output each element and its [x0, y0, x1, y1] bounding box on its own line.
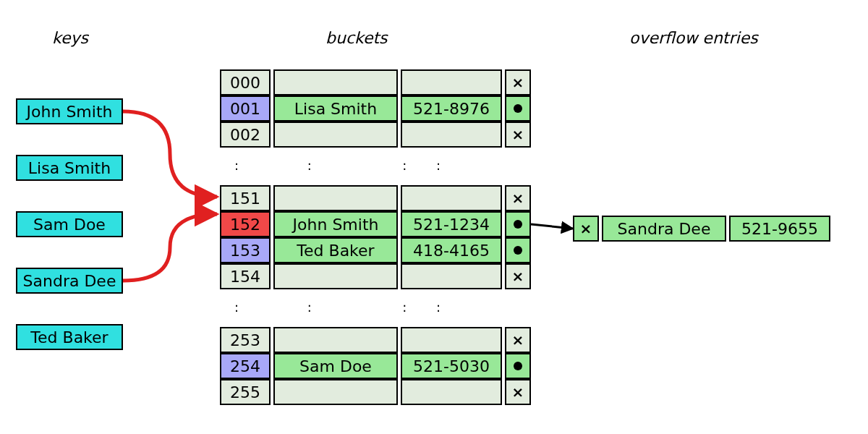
bucket-group: 000×001Lisa Smith521-8976002×: [220, 69, 531, 148]
bucket-next-ptr: [505, 237, 531, 263]
bucket-name: Lisa Smith: [273, 95, 398, 122]
bucket-row: 154×: [220, 263, 531, 289]
bucket-row: 153Ted Baker418-4165: [220, 237, 531, 263]
ellipsis-icon: : : : :: [234, 158, 442, 173]
hash-table-diagram: { "labels": { "keys": "keys", "buckets":…: [0, 0, 868, 434]
buckets-heading: buckets: [326, 29, 388, 47]
bucket-phone: [401, 185, 502, 211]
bucket-phone: [401, 263, 502, 289]
bullet-icon: [514, 362, 522, 370]
key-box: Sandra Dee: [16, 268, 123, 294]
bucket-next-null: ×: [505, 185, 531, 211]
bucket-next-null: ×: [505, 69, 531, 95]
bullet-icon: [514, 104, 522, 113]
overflow-name: Sandra Dee: [602, 216, 726, 242]
key-box: John Smith: [16, 98, 123, 124]
bucket-phone: 418-4165: [401, 237, 502, 263]
bucket-name: John Smith: [273, 211, 398, 237]
bucket-row: 255×: [220, 379, 531, 405]
bucket-next-null: ×: [505, 263, 531, 289]
bucket-phone: [401, 327, 502, 353]
bucket-index: 153: [220, 237, 271, 263]
collision-arrow: [123, 111, 217, 197]
key-box: Sam Doe: [16, 211, 123, 237]
bucket-next-ptr: [505, 211, 531, 237]
bucket-phone: 521-1234: [401, 211, 502, 237]
bucket-phone: [401, 379, 502, 405]
bucket-index: 152: [220, 211, 271, 237]
bucket-name: [273, 185, 398, 211]
bucket-phone: 521-5030: [401, 353, 502, 379]
bucket-index: 000: [220, 69, 271, 95]
bucket-row: 152John Smith521-1234: [220, 211, 531, 237]
x-icon: ×: [512, 268, 524, 285]
bucket-name: [273, 327, 398, 353]
key-box: Lisa Smith: [16, 155, 123, 181]
x-icon: ×: [512, 331, 524, 349]
bucket-group: 253×254Sam Doe521-5030255×: [220, 327, 531, 405]
bucket-row: 254Sam Doe521-5030: [220, 353, 531, 379]
bucket-index: 151: [220, 185, 271, 211]
overflow-heading: overflow entries: [629, 29, 758, 47]
x-icon: ×: [580, 220, 592, 237]
overflow-entry: × Sandra Dee 521-9655: [573, 216, 830, 242]
key-box: Ted Baker: [16, 324, 123, 350]
bucket-row: 253×: [220, 327, 531, 353]
bucket-next-null: ×: [505, 122, 531, 148]
bucket-row: 001Lisa Smith521-8976: [220, 95, 531, 122]
x-icon: ×: [512, 74, 524, 91]
keys-heading: keys: [52, 29, 88, 47]
bucket-next-ptr: [505, 353, 531, 379]
bucket-name: Sam Doe: [273, 353, 398, 379]
bucket-next-null: ×: [505, 327, 531, 353]
bucket-index: 154: [220, 263, 271, 289]
bucket-next-null: ×: [505, 379, 531, 405]
x-icon: ×: [512, 383, 524, 401]
overflow-phone: 521-9655: [729, 216, 830, 242]
bucket-row: 002×: [220, 122, 531, 148]
bucket-name: [273, 263, 398, 289]
ellipsis-icon: : : : :: [234, 299, 442, 315]
bucket-row: 151×: [220, 185, 531, 211]
overflow-arrow: [531, 224, 573, 229]
bucket-name: [273, 122, 398, 148]
bucket-name: [273, 379, 398, 405]
bucket-index: 002: [220, 122, 271, 148]
bucket-phone: [401, 69, 502, 95]
bullet-icon: [514, 246, 522, 255]
bucket-name: Ted Baker: [273, 237, 398, 263]
bucket-next-ptr: [505, 95, 531, 122]
bucket-row: 000×: [220, 69, 531, 95]
bucket-phone: [401, 122, 502, 148]
bucket-index: 253: [220, 327, 271, 353]
bucket-index: 255: [220, 379, 271, 405]
overflow-next-null: ×: [573, 216, 599, 242]
bucket-phone: 521-8976: [401, 95, 502, 122]
bucket-name: [273, 69, 398, 95]
bucket-index: 254: [220, 353, 271, 379]
bucket-group: 151×152John Smith521-1234153Ted Baker418…: [220, 185, 531, 289]
collision-arrow: [123, 214, 217, 281]
x-icon: ×: [512, 126, 524, 143]
x-icon: ×: [512, 190, 524, 207]
bullet-icon: [514, 220, 522, 229]
bucket-index: 001: [220, 95, 271, 122]
